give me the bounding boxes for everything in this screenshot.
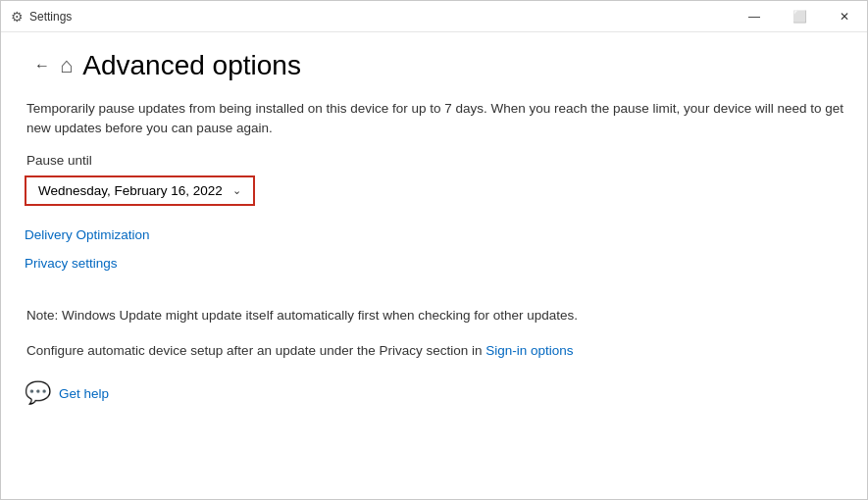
sign-in-options-link[interactable]: Sign-in options (485, 343, 573, 358)
pause-date-dropdown[interactable]: Wednesday, February 16, 2022 ⌄ (25, 175, 255, 206)
home-icon: ⌂ (60, 53, 73, 78)
titlebar-controls: — ⬜ ✕ (732, 1, 867, 32)
note-text: Note: Windows Update might update itself… (26, 306, 843, 325)
header-row: ← ⌂ Advanced options (25, 48, 843, 83)
date-value: Wednesday, February 16, 2022 (38, 183, 223, 198)
main-content: ← ⌂ Advanced options Temporarily pause u… (1, 32, 867, 499)
spacer (25, 284, 843, 306)
get-help-link[interactable]: Get help (59, 386, 109, 401)
description-text: Temporarily pause updates from being ins… (26, 99, 843, 139)
settings-window: ⚙ Settings — ⬜ ✕ ← ⌂ Advanced options Te… (0, 0, 868, 500)
close-button[interactable]: ✕ (822, 1, 867, 32)
configure-text-before: Configure automatic device setup after a… (26, 343, 485, 358)
pause-until-label: Pause until (26, 153, 843, 168)
maximize-button[interactable]: ⬜ (777, 1, 822, 32)
get-help-row[interactable]: 💬 Get help (25, 380, 843, 406)
back-button[interactable]: ← (25, 48, 60, 83)
delivery-optimization-link[interactable]: Delivery Optimization (25, 227, 843, 242)
minimize-button[interactable]: — (732, 1, 777, 32)
chevron-down-icon: ⌄ (232, 184, 241, 197)
titlebar: ⚙ Settings — ⬜ ✕ (1, 1, 867, 32)
configure-text: Configure automatic device setup after a… (26, 341, 843, 361)
settings-window-icon: ⚙ (11, 9, 24, 25)
titlebar-title: Settings (29, 10, 732, 24)
help-icon: 💬 (25, 380, 51, 406)
privacy-settings-link[interactable]: Privacy settings (25, 256, 843, 271)
page-title: Advanced options (82, 50, 301, 81)
